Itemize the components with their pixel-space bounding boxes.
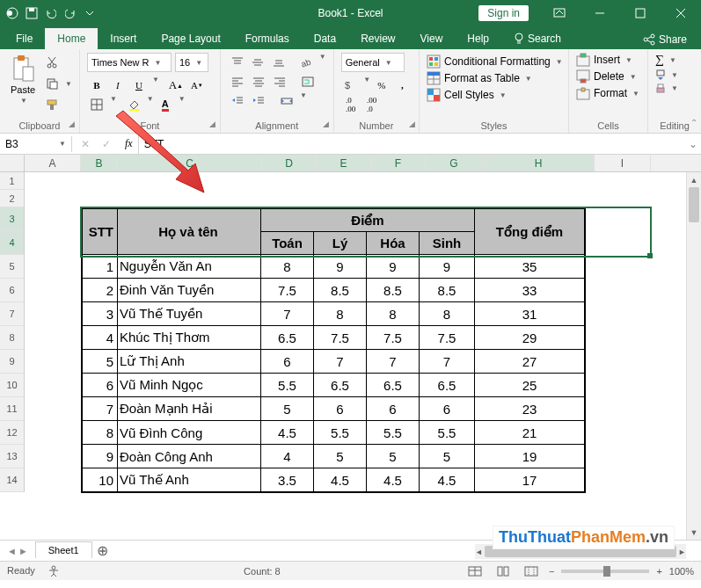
cell-ly[interactable]: 5.5 — [314, 421, 367, 445]
th-diem[interactable]: Điểm — [261, 209, 475, 232]
wrap-text-icon[interactable] — [298, 72, 318, 91]
page-layout-view-icon[interactable] — [493, 563, 514, 579]
column-header[interactable]: G — [426, 155, 483, 171]
cancel-formula-icon[interactable]: ✕ — [76, 134, 95, 154]
cell-toan[interactable]: 7.5 — [261, 279, 314, 302]
font-size-combo[interactable]: 16▼ — [175, 53, 208, 72]
row-header[interactable]: 2 — [0, 190, 25, 207]
autosum-button[interactable]: ∑▼ — [655, 53, 694, 67]
table-row[interactable]: 1Nguyễn Văn An899935 — [83, 255, 585, 279]
tab-file[interactable]: File — [4, 28, 45, 49]
tell-me-search[interactable]: Search — [501, 28, 573, 49]
th-name[interactable]: Họ và tên — [118, 209, 261, 255]
fill-handle[interactable] — [647, 253, 653, 258]
tab-formulas[interactable]: Formulas — [233, 28, 302, 49]
scroll-left-icon[interactable]: ◄ — [475, 544, 483, 559]
cell-ly[interactable]: 6.5 — [314, 374, 367, 397]
sheet-nav-next-icon[interactable]: ► — [18, 546, 28, 556]
scroll-down-icon[interactable]: ▼ — [687, 525, 701, 540]
cell-total[interactable]: 33 — [475, 279, 585, 302]
align-top-icon[interactable] — [228, 53, 246, 72]
table-row[interactable]: 9Đoàn Công Anh455519 — [83, 445, 585, 468]
increase-decimal-icon[interactable]: .0.00 — [341, 95, 361, 114]
redo-icon[interactable] — [63, 6, 77, 20]
ribbon-display-options-icon[interactable] — [539, 0, 580, 26]
borders-icon[interactable] — [87, 95, 106, 114]
cell-total[interactable]: 29 — [475, 326, 585, 350]
clear-button[interactable]: ▼ — [655, 83, 694, 93]
tab-data[interactable]: Data — [302, 28, 348, 49]
vertical-scrollbar[interactable]: ▲ ▼ — [686, 172, 701, 540]
table-row[interactable]: 7Đoàn Mạnh Hải566623 — [83, 397, 585, 421]
format-cells-button[interactable]: Format▼ — [576, 86, 640, 100]
normal-view-icon[interactable] — [464, 563, 486, 579]
cell-toan[interactable]: 4 — [261, 445, 314, 468]
cell-hoa[interactable]: 6 — [367, 397, 420, 421]
cell-sinh[interactable]: 5 — [420, 445, 475, 468]
tab-page-layout[interactable]: Page Layout — [149, 28, 232, 49]
cell-stt[interactable]: 2 — [83, 279, 118, 302]
cell-stt[interactable]: 7 — [83, 397, 118, 421]
row-header[interactable]: 7 — [0, 302, 25, 326]
autosave-toggle-icon[interactable] — [5, 6, 19, 20]
cell-stt[interactable]: 4 — [83, 326, 118, 350]
collapse-ribbon-icon[interactable]: ⌃ — [690, 118, 697, 127]
tab-insert[interactable]: Insert — [98, 28, 149, 49]
enter-formula-icon[interactable]: ✓ — [97, 134, 116, 154]
row-header[interactable]: 9 — [0, 350, 25, 374]
cell-toan[interactable]: 8 — [261, 255, 314, 279]
row-header[interactable]: 6 — [0, 279, 25, 302]
cell-stt[interactable]: 10 — [83, 468, 118, 492]
cell-stt[interactable]: 5 — [83, 350, 118, 374]
row-header[interactable]: 5 — [0, 255, 25, 279]
row-header[interactable]: 11 — [0, 397, 25, 421]
accessibility-icon[interactable] — [47, 565, 60, 577]
decrease-decimal-icon[interactable]: .00.0 — [362, 95, 382, 114]
cell-sinh[interactable]: 8.5 — [420, 279, 475, 302]
cell-toan[interactable]: 6.5 — [261, 326, 314, 350]
zoom-slider[interactable] — [561, 570, 649, 573]
align-left-icon[interactable] — [228, 72, 247, 91]
cell-ly[interactable]: 8.5 — [314, 279, 367, 302]
th-stt[interactable]: STT — [83, 209, 118, 255]
font-name-combo[interactable]: Times New R▼ — [87, 53, 172, 72]
th-ly[interactable]: Lý — [314, 232, 367, 255]
undo-icon[interactable] — [44, 6, 58, 20]
cell-toan[interactable]: 6 — [261, 350, 314, 374]
fill-button[interactable]: ▼ — [655, 69, 694, 80]
row-header[interactable]: 4 — [0, 231, 25, 255]
cell-name[interactable]: Vũ Đình Công — [118, 421, 261, 445]
cell-sinh[interactable]: 5.5 — [420, 421, 475, 445]
zoom-out-button[interactable]: − — [549, 566, 554, 577]
cell-sinh[interactable]: 8 — [420, 302, 475, 326]
row-header[interactable]: 12 — [0, 421, 25, 445]
th-hoa[interactable]: Hóa — [367, 232, 420, 255]
cell-toan[interactable]: 3.5 — [261, 468, 314, 492]
cell-hoa[interactable]: 5 — [367, 445, 420, 468]
align-center-icon[interactable] — [249, 72, 268, 91]
save-icon[interactable] — [25, 6, 39, 20]
cell-sinh[interactable]: 7 — [420, 350, 475, 374]
formula-input[interactable]: STT — [139, 136, 685, 152]
column-header[interactable]: I — [595, 155, 651, 171]
delete-cells-button[interactable]: Delete▼ — [576, 69, 640, 83]
decrease-font-icon[interactable]: A▼ — [187, 76, 207, 95]
number-format-combo[interactable]: General▼ — [341, 53, 405, 72]
merge-center-icon[interactable] — [277, 91, 296, 111]
fx-icon[interactable]: fx — [120, 134, 139, 154]
th-toan[interactable]: Toán — [261, 232, 314, 255]
th-sinh[interactable]: Sinh — [420, 232, 475, 255]
tab-help[interactable]: Help — [455, 28, 501, 49]
cell-stt[interactable]: 8 — [83, 421, 118, 445]
name-box[interactable]: B3▼ — [0, 136, 72, 152]
column-header[interactable]: E — [317, 155, 371, 171]
cell-hoa[interactable]: 9 — [367, 255, 420, 279]
cell-name[interactable]: Vũ Thế Tuyền — [118, 302, 261, 326]
cell-hoa[interactable]: 6.5 — [367, 374, 420, 397]
row-header[interactable]: 10 — [0, 374, 25, 397]
column-header[interactable]: D — [262, 155, 317, 171]
th-total[interactable]: Tổng điểm — [475, 209, 585, 255]
format-painter-icon[interactable] — [42, 95, 62, 114]
cell-hoa[interactable]: 8 — [367, 302, 420, 326]
copy-icon[interactable] — [42, 74, 62, 93]
